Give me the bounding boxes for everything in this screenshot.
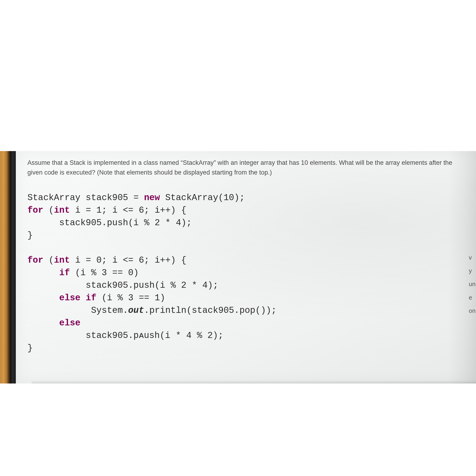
edge-fragment: e bbox=[469, 291, 476, 304]
edge-fragment: on bbox=[469, 304, 476, 318]
edge-fragment: v bbox=[469, 251, 476, 264]
code-line-5: for (int i = 0; i <= 6; i++) { bbox=[27, 255, 187, 265]
code-line-7: stack905.push(i % 2 * 4); bbox=[27, 280, 218, 290]
cutoff-text-right: v y un e on bbox=[469, 251, 476, 318]
code-line-8: else if (i % 3 == 1) bbox=[27, 293, 165, 303]
bottom-shadow bbox=[32, 380, 476, 384]
code-block: StackArray stack905 = new StackArray(10)… bbox=[27, 191, 468, 355]
code-line-11: stack905.pᴀush(i * 4 % 2); bbox=[27, 330, 223, 340]
code-line-4: } bbox=[27, 230, 33, 240]
code-line-3: stack905.push(i % 2 * 4); bbox=[27, 218, 192, 228]
question-text: Assume that a Stack is implemented in a … bbox=[27, 158, 468, 178]
screen-bezel bbox=[10, 151, 16, 384]
code-line-6: if (i % 3 == 0) bbox=[27, 268, 139, 278]
code-line-2: for (int i = 1; i <= 6; i++) { bbox=[27, 205, 187, 215]
desk-edge bbox=[0, 151, 10, 384]
screen-surface: Assume that a Stack is implemented in a … bbox=[16, 151, 476, 384]
content-area: Assume that a Stack is implemented in a … bbox=[16, 151, 476, 361]
code-line-9: System.out.println(stack905.pop()); bbox=[27, 306, 277, 315]
code-line-12: } bbox=[27, 343, 33, 353]
code-line-10: else bbox=[27, 318, 80, 328]
edge-fragment: un bbox=[469, 277, 476, 291]
photo-strip: Assume that a Stack is implemented in a … bbox=[0, 151, 476, 384]
page: Assume that a Stack is implemented in a … bbox=[0, 0, 476, 476]
code-line-1: StackArray stack905 = new StackArray(10)… bbox=[27, 193, 245, 203]
edge-fragment: y bbox=[469, 264, 476, 277]
